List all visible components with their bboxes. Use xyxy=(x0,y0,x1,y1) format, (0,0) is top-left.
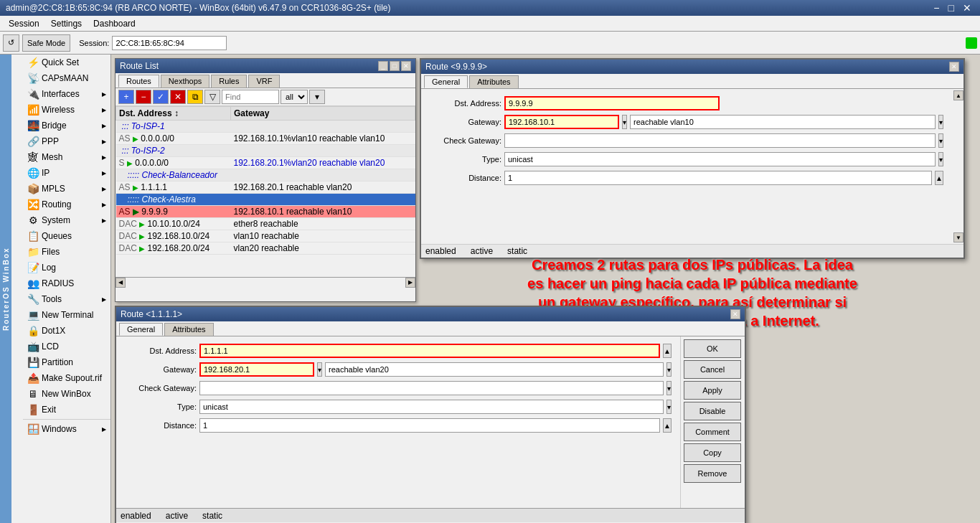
sidebar-item-quickset[interactable]: ⚡ Quick Set xyxy=(23,55,110,70)
copy-button[interactable]: Copy xyxy=(684,443,741,462)
sidebar-item-capsman[interactable]: 📡 CAPsMAAN xyxy=(23,70,110,86)
tab-routes[interactable]: Routes xyxy=(118,75,159,88)
menu-settings[interactable]: Settings xyxy=(45,17,88,30)
sidebar-item-interfaces[interactable]: 🔌 Interfaces xyxy=(23,86,110,102)
distance-up-1111[interactable]: ▲ xyxy=(663,418,672,433)
col-dst-address[interactable]: Dst. Address ↕ xyxy=(116,107,231,121)
scroll-right-button[interactable]: ▶ xyxy=(405,278,415,288)
col-gateway[interactable]: Gateway xyxy=(231,107,415,121)
find-options-button[interactable]: ▾ xyxy=(309,90,325,104)
sidebar-item-exit[interactable]: 🚪 Exit xyxy=(23,402,110,418)
route-list-scrollbar[interactable]: ◀ ▶ xyxy=(116,277,415,287)
close-button[interactable]: ✕ xyxy=(960,2,974,14)
find-input[interactable] xyxy=(222,90,279,104)
add-route-button[interactable]: + xyxy=(118,90,134,104)
sidebar-item-new-terminal[interactable]: 💻 New Terminal xyxy=(23,307,110,323)
gateway-input-9999[interactable] xyxy=(504,115,619,129)
table-row[interactable]: DAC ▶ 192.168.20.0/24 vlan20 reachable xyxy=(116,242,415,255)
gateway-extra-dropdown-9999[interactable]: ▾ xyxy=(938,115,943,129)
tab-rules[interactable]: Rules xyxy=(211,75,247,88)
delete-route-button[interactable]: ✕ xyxy=(170,90,186,104)
gateway-extra-1111[interactable] xyxy=(325,362,664,377)
gateway-dropdown-1111[interactable]: ▾ xyxy=(317,362,322,377)
sidebar-item-routing[interactable]: 🔀 Routing xyxy=(23,197,110,212)
comment-button[interactable]: Comment xyxy=(684,423,741,441)
sidebar-item-mesh[interactable]: 🕸 Mesh xyxy=(23,149,110,165)
type-dropdown-1111[interactable]: ▾ xyxy=(666,400,672,414)
gateway-extra-dropdown-1111[interactable]: ▾ xyxy=(666,362,672,377)
copy-route-button[interactable]: ⧉ xyxy=(187,90,203,104)
sidebar-item-new-winbox[interactable]: 🖥 New WinBox xyxy=(23,386,110,402)
type-input-1111[interactable] xyxy=(199,400,664,414)
table-row[interactable]: ::::: Check-Balanceador xyxy=(116,169,415,182)
refresh-button[interactable]: ↺ xyxy=(3,34,19,52)
sidebar-item-supout[interactable]: 📤 Make Supout.rif xyxy=(23,370,110,386)
dst-address-input-9999[interactable] xyxy=(504,96,720,110)
sidebar-item-wireless[interactable]: 📶 Wireless xyxy=(23,102,110,118)
sidebar-item-log[interactable]: 📝 Log xyxy=(23,260,110,275)
table-row[interactable]: AS ▶ 1.1.1.1 192.168.20.1 reachable vlan… xyxy=(116,182,415,194)
tab-attributes-1111[interactable]: Attributes xyxy=(164,323,213,336)
sidebar-item-queues[interactable]: 📋 Queues xyxy=(23,228,110,244)
tab-nexthops[interactable]: Nexthops xyxy=(161,75,209,88)
table-row[interactable]: ::: To-ISP-2 xyxy=(116,145,415,157)
table-row[interactable]: ::::: Check-Alestra xyxy=(116,194,415,206)
route-1111-close[interactable]: ✕ xyxy=(730,309,740,319)
filter-route-button[interactable]: ▽ xyxy=(204,90,220,104)
sidebar-item-dot1x[interactable]: 🔒 Dot1X xyxy=(23,323,110,339)
table-row[interactable]: DAC ▶ 10.10.10.0/24 ether8 reachable xyxy=(116,218,415,230)
distance-input-1111[interactable] xyxy=(199,418,660,433)
sidebar-item-radius[interactable]: 👥 RADIUS xyxy=(23,275,110,291)
route-list-close[interactable]: ✕ xyxy=(401,61,411,71)
scroll-track[interactable] xyxy=(126,278,405,288)
distance-input-9999[interactable] xyxy=(504,171,932,185)
cancel-button[interactable]: Cancel xyxy=(684,360,741,379)
sidebar-item-files[interactable]: 📁 Files xyxy=(23,244,110,260)
safe-mode-button[interactable]: Safe Mode xyxy=(22,34,70,52)
scroll-up-9999[interactable]: ▲ xyxy=(953,90,963,100)
sidebar-item-tools[interactable]: 🔧 Tools xyxy=(23,291,110,307)
tab-attributes-9999[interactable]: Attributes xyxy=(469,75,518,88)
sidebar-item-ppp[interactable]: 🔗 PPP xyxy=(23,133,110,149)
type-input-9999[interactable] xyxy=(504,152,936,166)
apply-button[interactable]: Apply xyxy=(684,381,741,400)
minimize-button[interactable]: − xyxy=(930,2,942,14)
ok-button[interactable]: OK xyxy=(684,339,741,358)
menu-session[interactable]: Session xyxy=(3,17,45,30)
remove-route-button[interactable]: − xyxy=(136,90,151,104)
edit-route-button[interactable]: ✓ xyxy=(153,90,169,104)
find-select[interactable]: all xyxy=(281,90,308,104)
route-9999-close[interactable]: ✕ xyxy=(949,62,959,72)
gateway-extra-9999[interactable] xyxy=(630,115,936,129)
sidebar-item-mpls[interactable]: 📦 MPLS xyxy=(23,181,110,197)
table-row[interactable]: S ▶ 0.0.0.0/0 192.168.20.1%vlan20 reacha… xyxy=(116,157,415,169)
distance-up-9999[interactable]: ▲ xyxy=(935,171,943,185)
table-row[interactable]: AS ▶ 0.0.0.0/0 192.168.10.1%vlan10 reach… xyxy=(116,133,415,145)
sidebar-item-windows[interactable]: 🪟 Windows xyxy=(23,421,110,437)
remove-button[interactable]: Remove xyxy=(684,464,741,483)
check-gateway-dropdown-9999[interactable]: ▾ xyxy=(938,133,943,148)
route-list-maximize[interactable]: □ xyxy=(390,61,400,71)
gateway-dropdown-9999[interactable]: ▾ xyxy=(622,115,627,129)
tab-general-9999[interactable]: General xyxy=(424,75,468,88)
tab-vrf[interactable]: VRF xyxy=(248,75,280,88)
session-input[interactable] xyxy=(112,36,227,50)
scroll-down-9999[interactable]: ▼ xyxy=(953,232,963,242)
table-row[interactable]: ::: To-ISP-1 xyxy=(116,121,415,133)
scroll-left-button[interactable]: ◀ xyxy=(116,278,126,288)
sidebar-item-bridge[interactable]: 🌉 Bridge xyxy=(23,118,110,133)
tab-general-1111[interactable]: General xyxy=(119,323,163,336)
dst-address-input-1111[interactable] xyxy=(199,344,660,358)
menu-dashboard[interactable]: Dashboard xyxy=(88,17,141,30)
route-list-minimize[interactable]: _ xyxy=(378,61,388,71)
maximize-button[interactable]: □ xyxy=(946,2,957,14)
sidebar-item-system[interactable]: ⚙ System xyxy=(23,212,110,228)
disable-button[interactable]: Disable xyxy=(684,402,741,420)
sidebar-item-partition[interactable]: 💾 Partition xyxy=(23,354,110,370)
table-row[interactable]: DAC ▶ 192.168.10.0/24 vlan10 reachable xyxy=(116,230,415,242)
sidebar-item-ip[interactable]: 🌐 IP xyxy=(23,165,110,181)
check-gateway-input-9999[interactable] xyxy=(504,133,936,148)
gateway-input-1111[interactable] xyxy=(199,362,314,377)
check-gateway-dropdown-1111[interactable]: ▾ xyxy=(666,381,672,395)
sidebar-item-lcd[interactable]: 📺 LCD xyxy=(23,339,110,354)
